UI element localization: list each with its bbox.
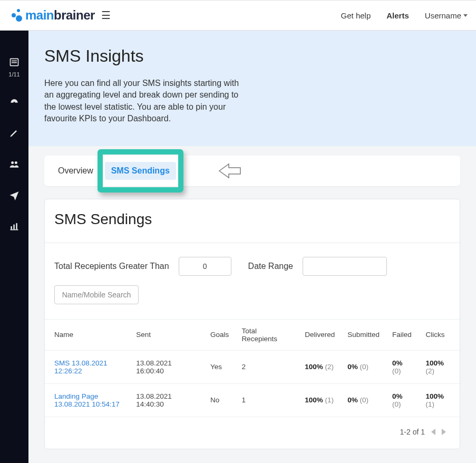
sidebar-item-insights[interactable] — [0, 221, 28, 233]
cell-submitted: 0% (0) — [341, 350, 386, 383]
tab-sms-sendings[interactable]: SMS Sendings — [105, 162, 176, 180]
cell-clicks: 100% (1) — [419, 383, 460, 417]
col-clicks[interactable]: Clicks — [419, 319, 460, 350]
bar-chart-icon — [9, 221, 20, 232]
date-range-input[interactable] — [303, 257, 387, 276]
get-help-link[interactable]: Get help — [341, 11, 371, 20]
svg-point-5 — [15, 161, 17, 164]
sidebar: 1/11 — [0, 31, 28, 463]
sendings-panel: SMS Sendings Total Recepients Greater Th… — [44, 199, 460, 449]
cell-goals: No — [204, 383, 235, 417]
brand-dots-icon — [8, 9, 22, 22]
brand-text: mainbrainer — [25, 8, 95, 23]
page-description: Here you can find all your SMS insights … — [44, 78, 245, 125]
cell-sent: 13.08.2021 14:40:30 — [130, 383, 204, 417]
user-menu[interactable]: Username — [425, 11, 468, 20]
tabs-bar: Overview SMS Sendings — [44, 156, 460, 186]
pencil-icon — [9, 128, 20, 138]
pager-next[interactable] — [442, 429, 446, 435]
table-row: Landing Page 13.08.2021 10:54:17 13.08.2… — [45, 383, 460, 417]
cell-failed: 0% (0) — [386, 350, 419, 383]
pager-prev[interactable] — [431, 429, 435, 435]
alerts-link[interactable]: Alerts — [386, 11, 409, 20]
sidebar-item-dashboard[interactable] — [0, 97, 28, 109]
cell-failed: 0% (0) — [386, 383, 419, 417]
panel-title: SMS Sendings — [45, 199, 460, 243]
sidebar-item-progress[interactable]: 1/11 — [0, 57, 28, 78]
people-icon — [9, 159, 20, 169]
menu-toggle-icon[interactable]: ☰ — [101, 9, 111, 22]
cell-sent: 13.08.2021 16:00:40 — [130, 350, 204, 383]
svg-point-3 — [13, 102, 15, 103]
cell-total: 2 — [235, 350, 298, 383]
col-goals[interactable]: Goals — [204, 319, 235, 350]
gauge-icon — [9, 97, 20, 107]
col-total-recipients[interactable]: Total Recepients — [235, 319, 298, 350]
cell-delivered: 100% (2) — [298, 350, 341, 383]
list-icon — [9, 57, 20, 67]
sending-link[interactable]: Landing Page 13.08.2021 10:54:17 — [54, 392, 120, 408]
page-title: SMS Insights — [44, 46, 460, 66]
table-row: SMS 13.08.2021 12:26:22 13.08.2021 16:00… — [45, 350, 460, 383]
svg-point-4 — [11, 161, 14, 164]
cell-goals: Yes — [204, 350, 235, 383]
hero-banner: SMS Insights Here you can find all your … — [28, 31, 476, 146]
svg-rect-7 — [13, 225, 15, 229]
col-failed[interactable]: Failed — [386, 319, 419, 350]
sidebar-item-create[interactable] — [0, 128, 28, 140]
recipients-filter-input[interactable] — [179, 257, 231, 276]
sendings-table: Name Sent Goals Total Recepients Deliver… — [45, 319, 460, 417]
cell-total: 1 — [235, 383, 298, 417]
divider — [45, 243, 460, 243]
progress-counter: 1/11 — [0, 71, 28, 78]
cell-clicks: 100% (2) — [419, 350, 460, 383]
sending-link[interactable]: SMS 13.08.2021 12:26:22 — [54, 359, 108, 375]
brand-logo[interactable]: mainbrainer — [8, 8, 95, 23]
top-bar: mainbrainer ☰ Get help Alerts Username — [0, 0, 476, 31]
tab-overview[interactable]: Overview — [52, 162, 100, 180]
col-sent[interactable]: Sent — [130, 319, 204, 350]
col-submitted[interactable]: Submitted — [341, 319, 386, 350]
cell-submitted: 0% (0) — [341, 383, 386, 417]
chevron-down-icon — [463, 14, 468, 17]
sidebar-item-send[interactable] — [0, 190, 28, 202]
search-input[interactable] — [54, 285, 139, 304]
cell-delivered: 100% (1) — [298, 383, 341, 417]
svg-rect-6 — [11, 226, 12, 229]
paper-plane-icon — [9, 190, 20, 200]
pager-text: 1-2 of 1 — [400, 428, 425, 436]
col-name[interactable]: Name — [45, 319, 130, 350]
svg-rect-8 — [16, 223, 17, 229]
recipients-filter-label: Total Recepients Greater Than — [54, 262, 169, 271]
date-range-label: Date Range — [248, 262, 293, 271]
col-delivered[interactable]: Delivered — [298, 319, 341, 350]
sidebar-item-people[interactable] — [0, 159, 28, 171]
